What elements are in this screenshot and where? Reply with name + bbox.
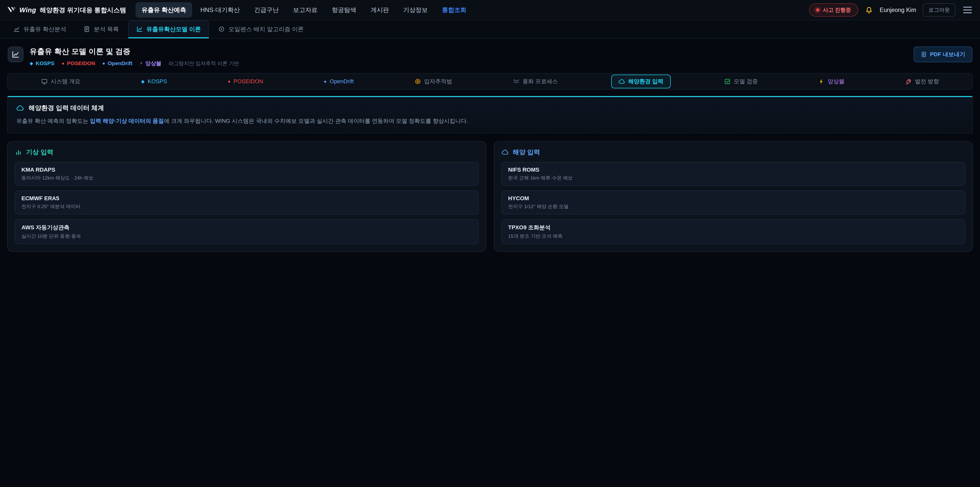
nav-item-aerial-search[interactable]: 항공탐색 <box>326 2 363 18</box>
nav-item-weather-info[interactable]: 기상정보 <box>397 2 434 18</box>
diamond-icon: ◆ <box>30 61 33 66</box>
section-item-opendrift[interactable]: ● OpenDrift <box>317 75 361 88</box>
ocean-card-title-row: 해양 입력 <box>501 148 965 156</box>
nav-item-emergency-rescue[interactable]: 긴급구난 <box>248 2 285 18</box>
list-item[interactable]: KMA RDAPS 동아시아 12km 해상도 · 24h 예보 <box>15 162 479 186</box>
section-item-ensemble[interactable]: 앙상블 <box>811 75 852 88</box>
cloud-icon <box>16 104 24 112</box>
list-item[interactable]: NIFS ROMS 한국 근해 1km 해류·수온 예보 <box>501 162 965 186</box>
tab-label: 유출유 확산분석 <box>24 25 66 33</box>
tab-label: 오일펜스 배치 알고리즘 이론 <box>228 25 304 33</box>
tab-label: 유출유확산모델 이론 <box>146 25 201 33</box>
tab-analysis-list[interactable]: 분석 목록 <box>75 21 127 38</box>
row-desc: 실시간 10분 단위 풍향·풍속 <box>21 233 472 240</box>
document-icon <box>83 26 90 32</box>
diamond-icon: ◆ <box>141 79 145 84</box>
page-title: 유출유 확산 모델 이론 및 검증 <box>30 46 239 57</box>
ensemble-badge: ⚡ 앙상블 <box>140 60 162 67</box>
row-name: HYCOM <box>508 195 959 202</box>
intro-highlight: 입력 해양·기상 데이터의 품질 <box>90 118 164 124</box>
row-name: AWS 자동기상관측 <box>21 224 472 232</box>
incident-status-badge[interactable]: 사고 진행중 <box>809 3 858 17</box>
section-item-label: OpenDrift <box>330 78 354 85</box>
weather-card-title-row: 기상 입력 <box>15 148 479 156</box>
nav-item-hns-air-diffusion[interactable]: HNS·대기확산 <box>194 2 246 18</box>
topbar-right: 사고 진행중 Eunjeong Kim 로그아웃 <box>809 3 973 17</box>
badge-label: OpenDrift <box>108 60 132 66</box>
tab-spill-analysis[interactable]: 유출유 확산분석 <box>5 21 74 38</box>
page-header: 유출유 확산 모델 이론 및 검증 ◆ KOSPS ● POSEIDON ● O… <box>0 39 980 72</box>
section-item-particle-tracking[interactable]: 입자추적법 <box>407 75 460 88</box>
ocean-input-card: 해양 입력 NIFS ROMS 한국 근해 1km 해류·수온 예보 HYCOM… <box>494 141 973 252</box>
section-item-future-direction[interactable]: 발전 방향 <box>898 75 946 88</box>
rocket-icon <box>905 78 912 85</box>
tab-oil-fence-algorithm-theory[interactable]: 오일펜스 배치 알고리즘 이론 <box>210 21 312 38</box>
incident-status-label: 사고 진행중 <box>823 6 851 14</box>
section-item-label: POSEIDON <box>234 78 263 85</box>
bar-chart-icon <box>15 148 22 156</box>
user-name: Eunjeong Kim <box>880 6 916 14</box>
pdf-export-label: PDF 내보내기 <box>930 51 965 58</box>
section-item-marine-env-input[interactable]: 해양환경 입력 <box>611 75 670 88</box>
section-item-label: 앙상블 <box>828 78 845 85</box>
section-item-label: 해양환경 입력 <box>628 78 663 85</box>
row-name: KMA RDAPS <box>21 166 472 173</box>
logo-brand: Wing <box>19 6 36 14</box>
model-badge-row: ◆ KOSPS ● POSEIDON ● OpenDrift ⚡ 앙상블 라그랑… <box>30 60 239 67</box>
incident-dot-icon <box>816 8 819 11</box>
weather-input-card: 기상 입력 KMA RDAPS 동아시아 12km 해상도 · 24h 예보 E… <box>7 141 486 252</box>
badge-label: 앙상블 <box>145 60 161 67</box>
section-item-label: 시스템 개요 <box>51 78 80 85</box>
section-item-kosps[interactable]: ◆ KOSPS <box>134 75 174 88</box>
list-item[interactable]: HYCOM 전지구 1/12° 해양 순환 모델 <box>501 190 965 214</box>
intro-suffix: 에 크게 좌우됩니다. WING 시스템은 국내외 수치예보 모델과 실시간 관… <box>164 118 468 124</box>
tab-bar: 유출유 확산분석 분석 목록 유출유확산모델 이론 오일펜스 배치 알고리즘 이… <box>0 21 980 39</box>
page-header-chart-icon <box>8 46 24 62</box>
nav-item-integrated-search[interactable]: 통합조회 <box>436 2 473 18</box>
notification-bell-icon[interactable] <box>865 6 873 14</box>
tab-diffusion-model-theory[interactable]: 유출유확산모델 이론 <box>128 21 209 38</box>
main-nav: 유출유 확산예측 HNS·대기확산 긴급구난 보고자료 항공탐색 게시판 기상정… <box>135 2 473 18</box>
logout-button[interactable]: 로그아웃 <box>923 3 956 17</box>
section-item-poseidon[interactable]: ● POSEIDON <box>221 75 270 88</box>
app-title: 해양환경 위기대응 통합시스템 <box>40 6 126 14</box>
lightning-icon <box>818 78 824 85</box>
dot-icon: ● <box>102 61 105 66</box>
list-item[interactable]: TPXO9 조화분석 15개 분조 기반 조석 예측 <box>501 219 965 244</box>
page-header-texts: 유출유 확산 모델 이론 및 검증 ◆ KOSPS ● POSEIDON ● O… <box>30 46 239 67</box>
section-item-weathering-process[interactable]: 풍화 프로세스 <box>506 75 565 88</box>
poseidon-badge: ● POSEIDON <box>62 60 95 66</box>
opendrift-badge: ● OpenDrift <box>102 60 132 66</box>
section-item-label: 모델 검증 <box>734 78 758 85</box>
app-logo[interactable]: Wing 해양환경 위기대응 통합시스템 <box>7 6 126 14</box>
row-name: NIFS ROMS <box>508 166 959 173</box>
section-item-system-overview[interactable]: 시스템 개요 <box>34 75 88 88</box>
cloud-icon <box>618 78 625 85</box>
row-desc: 동아시아 12km 해상도 · 24h 예보 <box>21 175 472 181</box>
intro-prefix: 유출유 확산 예측의 정확도는 <box>16 118 90 124</box>
dot-icon: ● <box>324 79 327 84</box>
wing-logo-icon <box>7 6 16 14</box>
section-nav: 시스템 개요 ◆ KOSPS ● POSEIDON ● OpenDrift 입자… <box>7 73 973 90</box>
section-item-label: 풍화 프로세스 <box>523 78 558 85</box>
row-desc: 한국 근해 1km 해류·수온 예보 <box>508 175 959 181</box>
row-name: TPXO9 조화분석 <box>508 224 959 232</box>
nav-item-reports[interactable]: 보고자료 <box>287 2 324 18</box>
section-item-model-validation[interactable]: 모델 검증 <box>717 75 765 88</box>
row-name: ECMWF ERA5 <box>21 195 472 202</box>
model-chart-icon <box>136 26 143 32</box>
list-item[interactable]: ECMWF ERA5 전지구 0.25° 재분석 데이터 <box>15 190 479 214</box>
panel-intro: 유출유 확산 예측의 정확도는 입력 해양·기상 데이터의 품질에 크게 좌우됩… <box>16 117 964 125</box>
nav-item-board[interactable]: 게시판 <box>364 2 395 18</box>
section-item-label: KOSPS <box>148 78 167 85</box>
monitor-icon <box>41 78 48 85</box>
pdf-export-button[interactable]: PDF 내보내기 <box>914 46 972 62</box>
nav-item-oil-spill-forecast[interactable]: 유출유 확산예측 <box>135 2 192 18</box>
waves-icon <box>513 78 520 85</box>
chart-icon <box>13 26 20 32</box>
card-title: 기상 입력 <box>26 148 53 156</box>
input-data-cards: 기상 입력 KMA RDAPS 동아시아 12km 해상도 · 24h 예보 E… <box>7 141 973 252</box>
list-item[interactable]: AWS 자동기상관측 실시간 10분 단위 풍향·풍속 <box>15 219 479 244</box>
menu-icon[interactable] <box>962 5 973 15</box>
lightning-icon: ⚡ <box>140 61 143 66</box>
